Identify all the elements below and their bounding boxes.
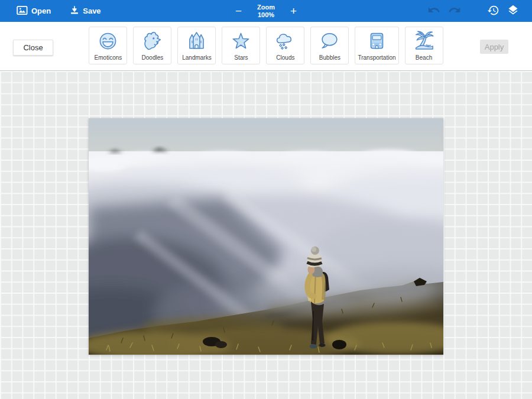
category-label: Emoticons	[95, 54, 122, 61]
category-card-beach[interactable]: Beach	[405, 27, 443, 64]
save-button[interactable]: Save	[70, 5, 100, 17]
rain-cloud-icon	[274, 30, 296, 52]
speech-bubble-icon	[319, 30, 340, 52]
category-card-clouds[interactable]: Clouds	[266, 27, 304, 64]
zoom-out-button[interactable]: −	[233, 5, 244, 17]
open-button[interactable]: Open	[17, 5, 51, 17]
category-card-landmarks[interactable]: Landmarks	[177, 27, 216, 64]
category-label: Beach	[416, 54, 432, 61]
bus-icon	[366, 30, 388, 52]
star-icon	[230, 30, 252, 52]
zoom-value: 100%	[257, 11, 275, 19]
undo-arrow-icon	[427, 4, 440, 18]
canvas-image[interactable]	[89, 118, 443, 355]
smiley-face-icon	[97, 30, 119, 52]
sticker-categories: Emoticons Doodles	[89, 27, 443, 70]
redo-arrow-icon	[448, 4, 461, 18]
palm-tree-icon	[413, 30, 435, 52]
category-card-stars[interactable]: Stars	[222, 27, 260, 64]
category-label: Bubbles	[319, 54, 340, 61]
image-icon	[17, 5, 28, 17]
category-card-emoticons[interactable]: Emoticons	[89, 27, 127, 64]
file-actions: Open Save	[0, 5, 101, 17]
history-button[interactable]	[487, 4, 499, 18]
layers-icon	[507, 4, 519, 18]
undo-button[interactable]	[427, 4, 440, 18]
apply-button[interactable]: Apply	[480, 40, 508, 54]
category-label: Landmarks	[182, 54, 211, 61]
rooster-icon	[141, 30, 163, 52]
canvas-area	[0, 71, 532, 399]
zoom-label: Zoom	[257, 4, 275, 11]
redo-button[interactable]	[448, 4, 461, 18]
category-label: Doodles	[142, 54, 164, 61]
open-button-label: Open	[31, 7, 51, 15]
zoom-controls: − Zoom 100% +	[233, 0, 299, 22]
category-card-bubbles[interactable]: Bubbles	[310, 27, 349, 64]
zoom-level: Zoom 100%	[257, 4, 275, 19]
category-card-doodles[interactable]: Doodles	[133, 27, 171, 64]
category-label: Clouds	[276, 54, 294, 61]
category-card-transportation[interactable]: Transportation	[355, 27, 398, 64]
sticker-toolbar: Close Emoticons Doodles	[0, 22, 532, 71]
close-button[interactable]: Close	[13, 40, 53, 56]
category-label: Stars	[234, 54, 248, 61]
history-actions	[427, 0, 532, 22]
history-clock-icon	[487, 4, 499, 18]
castle-icon	[186, 30, 207, 52]
zoom-in-button[interactable]: +	[288, 5, 299, 17]
category-label: Transportation	[358, 54, 395, 61]
top-toolbar: Open Save − Zoom 100% +	[0, 0, 532, 22]
layers-button[interactable]	[507, 4, 519, 18]
download-icon	[70, 5, 79, 17]
save-button-label: Save	[83, 7, 100, 15]
